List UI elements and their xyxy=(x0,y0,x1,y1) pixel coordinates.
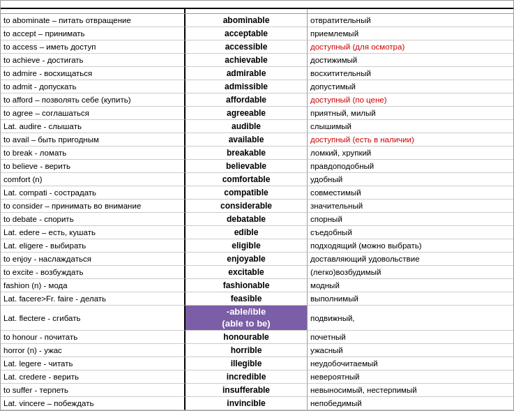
table-row: Lat. eligere - выбиратьeligibleподходящи… xyxy=(1,239,513,253)
stem-cell: Lat. eligere - выбирать xyxy=(1,239,186,253)
trans-cell: подвижный, xyxy=(308,306,513,331)
table-row: to abominate – питать отвращениеabominab… xyxy=(1,14,513,27)
table-row: to avail – быть пригоднымavailableдоступ… xyxy=(1,133,513,147)
trans-cell: удобный xyxy=(308,173,513,186)
table-row: to achieve - достигатьachievableдостижим… xyxy=(1,54,513,67)
trans-cell: восхитительный xyxy=(308,67,513,80)
adj-cell: edible xyxy=(186,226,308,239)
table-row: to access – иметь доступaccessibleдоступ… xyxy=(1,40,513,54)
trans-cell: совместимый xyxy=(308,186,513,200)
adj-cell: admirable xyxy=(186,67,308,80)
adj-cell: comfortable xyxy=(186,173,308,186)
adj-cell: acceptable xyxy=(186,27,308,40)
adj-cell: abominable xyxy=(186,14,308,27)
stem-cell: to suffer - терпеть xyxy=(1,384,186,397)
table-row: Lat. vincere – побеждатьinvincibleнепобе… xyxy=(1,397,513,410)
trans-cell: подходящий (можно выбрать) xyxy=(308,239,513,253)
trans-cell: ломкий, хрупкий xyxy=(308,147,513,160)
stem-cell: to believe - верить xyxy=(1,160,186,173)
stem-cell: Lat. legere - читать xyxy=(1,357,186,370)
stem-cell: to access – иметь доступ xyxy=(1,40,186,54)
stem-cell: Lat. audire - слышать xyxy=(1,120,186,133)
table-row: Lat. flectere - сгибать-able/ible(able t… xyxy=(1,306,513,331)
table-row: to suffer - терпетьinsufferableневыносим… xyxy=(1,384,513,397)
stem-header xyxy=(1,9,186,13)
translation-header xyxy=(308,9,513,13)
table-row: to afford – позволять себе (купить)affor… xyxy=(1,93,513,107)
adj-cell: admissible xyxy=(186,80,308,93)
table-row: to excite - возбуждатьexcitable(легко)во… xyxy=(1,266,513,279)
stem-cell: Lat. edere – есть, кушать xyxy=(1,226,186,239)
adj-cell: accessible xyxy=(186,40,308,54)
trans-cell: достижимый xyxy=(308,54,513,67)
adj-cell: audible xyxy=(186,120,308,133)
trans-cell: допустимый xyxy=(308,80,513,93)
trans-cell: правдоподобный xyxy=(308,160,513,173)
trans-cell: приятный, милый xyxy=(308,107,513,120)
trans-cell: модный xyxy=(308,279,513,292)
adj-cell: breakable xyxy=(186,147,308,160)
trans-cell: (легко)возбудимый xyxy=(308,266,513,279)
main-table: to abominate – питать отвращениеabominab… xyxy=(1,9,513,410)
adj-cell: illegible xyxy=(186,357,308,370)
trans-cell: приемлемый xyxy=(308,27,513,40)
stem-cell: to enjoy - наслаждаться xyxy=(1,253,186,266)
stem-cell: to admit - допускать xyxy=(1,80,186,93)
trans-cell: доставляющий удовольствие xyxy=(308,253,513,266)
trans-cell: доступный (для осмотра) xyxy=(308,40,513,54)
table-row: horror (n) - ужасhorribleужасный xyxy=(1,344,513,357)
adj-cell: excitable xyxy=(186,266,308,279)
table-row: fashion (n) - модаfashionableмодный xyxy=(1,279,513,292)
adj-cell: horrible xyxy=(186,344,308,357)
adj-cell: feasible xyxy=(186,292,308,306)
trans-cell: съедобный xyxy=(308,226,513,239)
stem-cell: to achieve - достигать xyxy=(1,54,186,67)
table-row: Lat. legere - читатьillegibleнеудобочита… xyxy=(1,357,513,370)
adj-cell: available xyxy=(186,133,308,147)
stem-cell: fashion (n) - мода xyxy=(1,279,186,292)
stem-cell: Lat. vincere – побеждать xyxy=(1,397,186,410)
table-row: to enjoy - наслаждатьсяenjoyableдоставля… xyxy=(1,253,513,266)
adj-cell: fashionable xyxy=(186,279,308,292)
stem-cell: to accept – принимать xyxy=(1,27,186,40)
table-body: to abominate – питать отвращениеabominab… xyxy=(1,14,513,410)
adj-cell: incredible xyxy=(186,370,308,384)
table-row: to admire - восхищатьсяadmirableвосхитит… xyxy=(1,67,513,80)
table-row: to break - ломатьbreakableломкий, хрупки… xyxy=(1,147,513,160)
trans-cell: спорный xyxy=(308,213,513,226)
adj-cell: compatible xyxy=(186,186,308,200)
table-row: to agree – соглашатьсяagreeableприятный,… xyxy=(1,107,513,120)
table-row: to accept – приниматьacceptableприемлемы… xyxy=(1,27,513,40)
adj-cell: honourable xyxy=(186,331,308,344)
stem-cell: to afford – позволять себе (купить) xyxy=(1,93,186,107)
trans-cell: значительный xyxy=(308,200,513,213)
adj-cell: considerable xyxy=(186,200,308,213)
stem-cell: to abominate – питать отвращение xyxy=(1,14,186,27)
table-row: Lat. credere - веритьincredibleневероятн… xyxy=(1,370,513,384)
adj-cell: affordable xyxy=(186,93,308,107)
stem-cell: to honour - почитать xyxy=(1,331,186,344)
stem-cell: to consider – принимать во внимание xyxy=(1,200,186,213)
stem-cell: Lat. facere>Fr. faire - делать xyxy=(1,292,186,306)
page: to abominate – питать отвращениеabominab… xyxy=(0,0,514,411)
trans-cell: невыносимый, нестерпимый xyxy=(308,384,513,397)
adj-cell: insufferable xyxy=(186,384,308,397)
table-row: comfort (n)comfortableудобный xyxy=(1,173,513,186)
trans-cell: доступный (по цене) xyxy=(308,93,513,107)
stem-cell: Lat. compati - сострадать xyxy=(1,186,186,200)
table-row: Lat. facere>Fr. faire - делатьfeasibleвы… xyxy=(1,292,513,306)
stem-cell: to excite - возбуждать xyxy=(1,266,186,279)
stem-cell: to agree – соглашаться xyxy=(1,107,186,120)
table-row: Lat. audire - слышатьaudibleслышимый xyxy=(1,120,513,133)
stem-cell: Lat. credere - верить xyxy=(1,370,186,384)
adj-cell: eligible xyxy=(186,239,308,253)
table-row: to honour - почитатьhonourableпочетный xyxy=(1,331,513,344)
trans-cell: отвратительный xyxy=(308,14,513,27)
table-row: Lat. edere – есть, кушатьedibleсъедобный xyxy=(1,226,513,239)
table-row: to believe - веритьbelievableправдоподоб… xyxy=(1,160,513,173)
adj-cell: agreeable xyxy=(186,107,308,120)
table-row: to admit - допускатьadmissibleдопустимый xyxy=(1,80,513,93)
adj-cell: believable xyxy=(186,160,308,173)
stem-cell: Lat. flectere - сгибать xyxy=(1,306,186,331)
trans-cell: слышимый xyxy=(308,120,513,133)
